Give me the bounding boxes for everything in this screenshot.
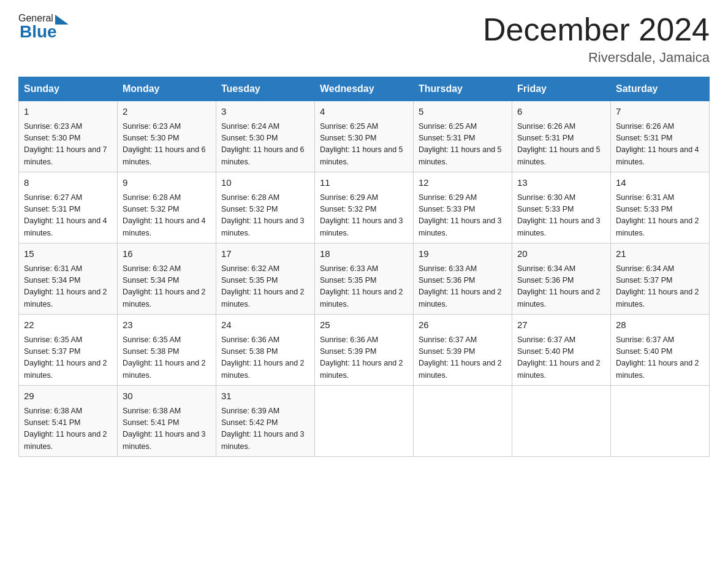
day-info: Sunrise: 6:28 AMSunset: 5:32 PMDaylight:…: [123, 192, 211, 240]
month-title: December 2024: [483, 12, 710, 47]
day-info: Sunrise: 6:35 AMSunset: 5:37 PMDaylight:…: [24, 334, 112, 382]
day-info: Sunrise: 6:25 AMSunset: 5:31 PMDaylight:…: [419, 121, 507, 169]
location: Riversdale, Jamaica: [483, 50, 710, 66]
calendar-week-row: 1Sunrise: 6:23 AMSunset: 5:30 PMDaylight…: [19, 101, 710, 172]
day-info: Sunrise: 6:38 AMSunset: 5:41 PMDaylight:…: [24, 405, 112, 453]
calendar-header-row: SundayMondayTuesdayWednesdayThursdayFrid…: [19, 77, 710, 101]
day-number: 28: [616, 318, 704, 332]
calendar-cell: 18Sunrise: 6:33 AMSunset: 5:35 PMDayligh…: [315, 243, 414, 315]
calendar-cell: 7Sunrise: 6:26 AMSunset: 5:31 PMDaylight…: [611, 101, 710, 172]
calendar-cell: 10Sunrise: 6:28 AMSunset: 5:32 PMDayligh…: [216, 172, 315, 243]
day-info: Sunrise: 6:31 AMSunset: 5:33 PMDaylight:…: [616, 192, 704, 240]
day-number: 7: [616, 105, 704, 119]
column-header-monday: Monday: [118, 77, 216, 101]
calendar-cell: 22Sunrise: 6:35 AMSunset: 5:37 PMDayligh…: [19, 315, 118, 386]
column-header-sunday: Sunday: [19, 77, 118, 101]
day-info: Sunrise: 6:34 AMSunset: 5:37 PMDaylight:…: [616, 263, 704, 311]
day-info: Sunrise: 6:29 AMSunset: 5:32 PMDaylight:…: [320, 192, 408, 240]
header-right: December 2024 Riversdale, Jamaica: [483, 12, 710, 66]
calendar-cell: 28Sunrise: 6:37 AMSunset: 5:40 PMDayligh…: [611, 315, 710, 386]
day-number: 11: [320, 176, 408, 190]
day-number: 15: [24, 247, 112, 261]
day-info: Sunrise: 6:35 AMSunset: 5:38 PMDaylight:…: [123, 334, 211, 382]
day-number: 30: [123, 389, 211, 404]
calendar-cell: 25Sunrise: 6:36 AMSunset: 5:39 PMDayligh…: [315, 315, 414, 386]
calendar-cell: 24Sunrise: 6:36 AMSunset: 5:38 PMDayligh…: [216, 315, 315, 386]
calendar-cell: 26Sunrise: 6:37 AMSunset: 5:39 PMDayligh…: [414, 315, 512, 386]
calendar-cell: 23Sunrise: 6:35 AMSunset: 5:38 PMDayligh…: [118, 315, 216, 386]
calendar-cell: 8Sunrise: 6:27 AMSunset: 5:31 PMDaylight…: [19, 172, 118, 243]
day-number: 25: [320, 318, 408, 332]
day-info: Sunrise: 6:37 AMSunset: 5:39 PMDaylight:…: [419, 334, 507, 382]
calendar-cell: 31Sunrise: 6:39 AMSunset: 5:42 PMDayligh…: [216, 386, 315, 457]
day-info: Sunrise: 6:28 AMSunset: 5:32 PMDaylight:…: [221, 192, 309, 240]
day-info: Sunrise: 6:26 AMSunset: 5:31 PMDaylight:…: [616, 121, 704, 169]
day-number: 10: [221, 176, 309, 190]
page-header: General Blue December 2024 Riversdale, J…: [18, 12, 710, 66]
day-number: 4: [320, 105, 408, 119]
calendar-cell: 20Sunrise: 6:34 AMSunset: 5:36 PMDayligh…: [512, 243, 611, 315]
column-header-saturday: Saturday: [611, 77, 710, 101]
column-header-tuesday: Tuesday: [216, 77, 315, 101]
calendar-cell: 11Sunrise: 6:29 AMSunset: 5:32 PMDayligh…: [315, 172, 414, 243]
calendar-cell: 29Sunrise: 6:38 AMSunset: 5:41 PMDayligh…: [19, 386, 118, 457]
day-number: 20: [517, 247, 605, 261]
day-info: Sunrise: 6:38 AMSunset: 5:41 PMDaylight:…: [123, 405, 211, 453]
calendar-cell: 30Sunrise: 6:38 AMSunset: 5:41 PMDayligh…: [118, 386, 216, 457]
day-info: Sunrise: 6:25 AMSunset: 5:30 PMDaylight:…: [320, 121, 408, 169]
day-number: 6: [517, 105, 605, 119]
calendar-cell: [611, 386, 710, 457]
calendar-cell: 14Sunrise: 6:31 AMSunset: 5:33 PMDayligh…: [611, 172, 710, 243]
calendar-cell: 16Sunrise: 6:32 AMSunset: 5:34 PMDayligh…: [118, 243, 216, 315]
day-info: Sunrise: 6:26 AMSunset: 5:31 PMDaylight:…: [517, 121, 605, 169]
calendar-cell: 9Sunrise: 6:28 AMSunset: 5:32 PMDaylight…: [118, 172, 216, 243]
calendar-cell: 6Sunrise: 6:26 AMSunset: 5:31 PMDaylight…: [512, 101, 611, 172]
calendar-week-row: 29Sunrise: 6:38 AMSunset: 5:41 PMDayligh…: [19, 386, 710, 457]
day-number: 21: [616, 247, 704, 261]
calendar-cell: 5Sunrise: 6:25 AMSunset: 5:31 PMDaylight…: [414, 101, 512, 172]
day-info: Sunrise: 6:34 AMSunset: 5:36 PMDaylight:…: [517, 263, 605, 311]
day-number: 2: [123, 105, 211, 119]
day-info: Sunrise: 6:36 AMSunset: 5:38 PMDaylight:…: [221, 334, 309, 382]
day-info: Sunrise: 6:32 AMSunset: 5:35 PMDaylight:…: [221, 263, 309, 311]
day-info: Sunrise: 6:29 AMSunset: 5:33 PMDaylight:…: [419, 192, 507, 240]
calendar-cell: 1Sunrise: 6:23 AMSunset: 5:30 PMDaylight…: [19, 101, 118, 172]
calendar-cell: [512, 386, 611, 457]
column-header-friday: Friday: [512, 77, 611, 101]
day-number: 26: [419, 318, 507, 332]
day-info: Sunrise: 6:27 AMSunset: 5:31 PMDaylight:…: [24, 192, 112, 240]
day-number: 1: [24, 105, 112, 119]
calendar-week-row: 15Sunrise: 6:31 AMSunset: 5:34 PMDayligh…: [19, 243, 710, 315]
day-number: 14: [616, 176, 704, 190]
calendar-cell: [414, 386, 512, 457]
day-info: Sunrise: 6:33 AMSunset: 5:36 PMDaylight:…: [419, 263, 507, 311]
day-number: 24: [221, 318, 309, 332]
calendar-table: SundayMondayTuesdayWednesdayThursdayFrid…: [18, 77, 710, 457]
day-info: Sunrise: 6:23 AMSunset: 5:30 PMDaylight:…: [123, 121, 211, 169]
calendar-cell: 4Sunrise: 6:25 AMSunset: 5:30 PMDaylight…: [315, 101, 414, 172]
day-info: Sunrise: 6:37 AMSunset: 5:40 PMDaylight:…: [517, 334, 605, 382]
day-info: Sunrise: 6:36 AMSunset: 5:39 PMDaylight:…: [320, 334, 408, 382]
day-number: 17: [221, 247, 309, 261]
day-number: 9: [123, 176, 211, 190]
day-number: 22: [24, 318, 112, 332]
day-number: 29: [24, 389, 112, 404]
calendar-cell: 13Sunrise: 6:30 AMSunset: 5:33 PMDayligh…: [512, 172, 611, 243]
calendar-cell: 15Sunrise: 6:31 AMSunset: 5:34 PMDayligh…: [19, 243, 118, 315]
day-number: 19: [419, 247, 507, 261]
day-number: 27: [517, 318, 605, 332]
day-info: Sunrise: 6:33 AMSunset: 5:35 PMDaylight:…: [320, 263, 408, 311]
day-info: Sunrise: 6:31 AMSunset: 5:34 PMDaylight:…: [24, 263, 112, 311]
day-info: Sunrise: 6:30 AMSunset: 5:33 PMDaylight:…: [517, 192, 605, 240]
day-info: Sunrise: 6:32 AMSunset: 5:34 PMDaylight:…: [123, 263, 211, 311]
day-number: 8: [24, 176, 112, 190]
calendar-cell: 3Sunrise: 6:24 AMSunset: 5:30 PMDaylight…: [216, 101, 315, 172]
day-number: 12: [419, 176, 507, 190]
day-number: 16: [123, 247, 211, 261]
calendar-cell: 17Sunrise: 6:32 AMSunset: 5:35 PMDayligh…: [216, 243, 315, 315]
column-header-wednesday: Wednesday: [315, 77, 414, 101]
day-number: 31: [221, 389, 309, 404]
calendar-cell: 2Sunrise: 6:23 AMSunset: 5:30 PMDaylight…: [118, 101, 216, 172]
day-info: Sunrise: 6:24 AMSunset: 5:30 PMDaylight:…: [221, 121, 309, 169]
calendar-week-row: 22Sunrise: 6:35 AMSunset: 5:37 PMDayligh…: [19, 315, 710, 386]
